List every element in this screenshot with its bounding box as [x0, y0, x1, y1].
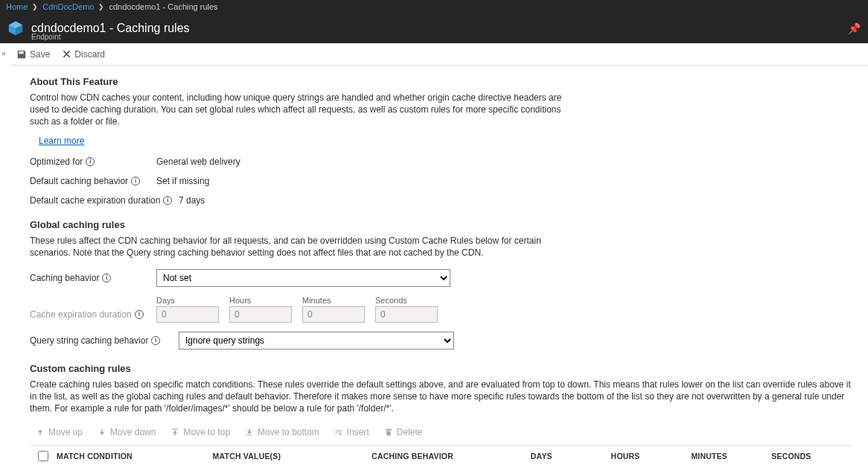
days-input: [156, 306, 219, 323]
arrow-up-icon: [36, 428, 45, 437]
header-match-values: MATCH VALUE(S): [213, 452, 372, 461]
expiration-duration-label: Cache expiration durationi: [30, 309, 156, 323]
custom-rules-heading: Custom caching rules: [30, 363, 852, 374]
minutes-input: [302, 306, 365, 323]
default-duration-label: Default cache expiration durationi: [30, 195, 179, 206]
pin-icon[interactable]: 📌: [848, 22, 861, 34]
save-icon: [16, 49, 27, 60]
seconds-label: Seconds: [375, 296, 438, 305]
duration-group: Days Hours Minutes Seconds: [156, 296, 438, 323]
optimized-for-value: General web delivery: [156, 156, 240, 167]
endpoint-cube-icon: [7, 20, 24, 37]
breadcrumb-current: cdndocdemo1 - Caching rules: [109, 2, 217, 11]
header-seconds: SECONDS: [771, 452, 852, 461]
insert-icon: [334, 428, 343, 437]
insert-button[interactable]: Insert: [334, 427, 369, 437]
global-rules-description: These rules affect the CDN caching behav…: [30, 235, 566, 259]
caching-behavior-label: Caching behaviori: [30, 273, 156, 283]
learn-more-link[interactable]: Learn more: [39, 136, 84, 146]
caching-behavior-select[interactable]: Not set: [156, 269, 450, 287]
info-icon[interactable]: i: [102, 273, 111, 282]
optimized-for-label: Optimized fori: [30, 156, 156, 167]
move-down-button[interactable]: Move down: [98, 427, 156, 437]
discard-button[interactable]: Discard: [62, 49, 105, 60]
chevron-right-icon: ❯: [32, 3, 38, 10]
discard-icon: [62, 49, 71, 59]
minutes-label: Minutes: [302, 296, 365, 305]
expand-panel-icon[interactable]: »: [0, 46, 7, 57]
page-subtitle: Endpoint: [31, 33, 60, 41]
info-icon[interactable]: i: [135, 310, 144, 319]
custom-rules-description: Create caching rules based on specific m…: [30, 379, 852, 415]
info-icon[interactable]: i: [86, 157, 95, 166]
about-heading: About This Feature: [30, 76, 852, 87]
hours-input: [229, 306, 292, 323]
query-string-behavior-select[interactable]: Ignore query strings: [179, 332, 454, 349]
default-behavior-label: Default caching behaviori: [30, 176, 156, 186]
command-toolbar: Save Discard: [10, 43, 868, 66]
query-string-behavior-label: Query string caching behaviori: [30, 335, 179, 346]
title-bar: cdndocdemo1 - Caching rules Endpoint 📌: [0, 13, 868, 43]
days-label: Days: [156, 296, 219, 305]
move-to-top-button[interactable]: Move to top: [170, 427, 230, 437]
delete-icon: [384, 428, 393, 437]
info-icon[interactable]: i: [131, 177, 140, 186]
breadcrumb-cdndocdemo[interactable]: CdnDocDemo: [42, 2, 94, 11]
table-header-row: MATCH CONDITION MATCH VALUE(S) CACHING B…: [30, 445, 852, 466]
breadcrumb: Home ❯ CdnDocDemo ❯ cdndocdemo1 - Cachin…: [0, 0, 868, 13]
info-icon[interactable]: i: [163, 196, 172, 205]
default-duration-value: 7 days: [179, 195, 205, 206]
content-area: About This Feature Control how CDN cache…: [0, 66, 868, 465]
header-hours: HOURS: [611, 452, 692, 461]
info-icon[interactable]: i: [151, 336, 160, 345]
save-button[interactable]: Save: [16, 49, 50, 60]
global-rules-heading: Global caching rules: [30, 219, 852, 230]
default-behavior-value: Set if missing: [156, 176, 209, 186]
arrow-top-icon: [170, 428, 179, 437]
move-to-bottom-button[interactable]: Move to bottom: [245, 427, 319, 437]
seconds-input: [375, 306, 438, 323]
breadcrumb-home[interactable]: Home: [6, 2, 28, 11]
header-caching-behavior: CACHING BEHAVIOR: [371, 452, 531, 461]
chevron-right-icon: ❯: [98, 3, 104, 10]
move-up-button[interactable]: Move up: [36, 427, 83, 437]
select-all-checkbox[interactable]: [38, 451, 48, 461]
rule-toolbar: Move up Move down Move to top Move to bo…: [36, 427, 852, 437]
hours-label: Hours: [229, 296, 292, 305]
header-match-condition: MATCH CONDITION: [57, 452, 213, 461]
header-days: DAYS: [531, 452, 611, 461]
rules-table: MATCH CONDITION MATCH VALUE(S) CACHING B…: [30, 445, 852, 466]
arrow-bottom-icon: [245, 428, 254, 437]
discard-label: Discard: [74, 49, 105, 60]
header-minutes: MINUTES: [691, 452, 771, 461]
arrow-down-icon: [98, 428, 106, 437]
about-description: Control how CDN caches your content, inc…: [30, 92, 566, 128]
delete-button[interactable]: Delete: [384, 427, 423, 437]
save-label: Save: [30, 49, 50, 60]
